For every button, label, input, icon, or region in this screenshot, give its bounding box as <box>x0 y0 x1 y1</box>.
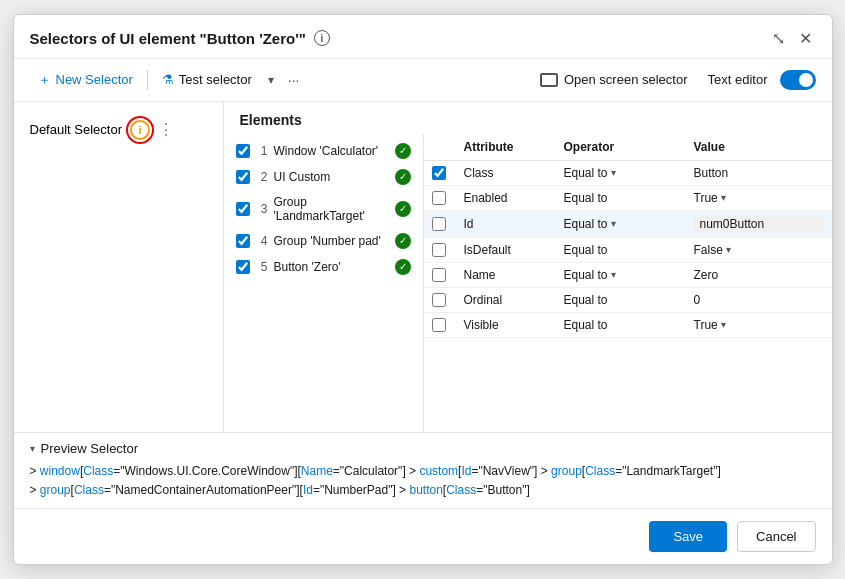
main-content: Default Selector i ⋮ Elements 1 Window '… <box>14 102 832 432</box>
default-selector-label: Default Selector <box>30 122 123 137</box>
element-3-checkbox[interactable] <box>236 202 250 216</box>
toolbar-left: ＋ New Selector ⚗ Test selector ▾ ··· <box>30 67 306 93</box>
attributes-panel: Attribute Operator Value Class Equal to … <box>424 134 832 432</box>
preview-section: ▾ Preview Selector > window[Class="Windo… <box>14 432 832 508</box>
cancel-button[interactable]: Cancel <box>737 521 815 552</box>
text-editor-toggle[interactable] <box>780 70 816 90</box>
plus-icon: ＋ <box>38 71 51 89</box>
title-info-icon[interactable]: i <box>314 30 330 46</box>
attr-isdefault-checkbox[interactable] <box>432 243 446 257</box>
element-row[interactable]: 4 Group 'Number pad' ✓ <box>224 228 423 254</box>
element-3-status: ✓ <box>395 201 411 217</box>
dialog-controls: ⤡ ✕ <box>768 27 816 50</box>
dialog-header: Selectors of UI element "Button 'Zero'" … <box>14 15 832 59</box>
isdefault-val-chevron[interactable]: ▾ <box>726 244 731 255</box>
test-icon: ⚗ <box>162 72 174 87</box>
toolbar-separator <box>147 70 148 90</box>
selector-more-icon[interactable]: ⋮ <box>158 120 174 139</box>
open-screen-selector-button[interactable]: Open screen selector <box>532 68 696 91</box>
test-selector-button[interactable]: ⚗ Test selector <box>154 68 260 91</box>
element-4-checkbox[interactable] <box>236 234 250 248</box>
class-op-chevron[interactable]: ▾ <box>611 167 616 178</box>
attr-id-checkbox[interactable] <box>432 217 446 231</box>
attr-class-checkbox[interactable] <box>432 166 446 180</box>
dialog-title: Selectors of UI element "Button 'Zero'" … <box>30 30 330 47</box>
dialog-footer: Save Cancel <box>14 508 832 564</box>
col-value: Value <box>694 140 824 154</box>
attr-row-visible[interactable]: Visible Equal to True ▾ <box>424 313 832 338</box>
attr-visible-checkbox[interactable] <box>432 318 446 332</box>
attr-ordinal-checkbox[interactable] <box>432 293 446 307</box>
elements-header: Elements <box>224 102 832 134</box>
element-row[interactable]: 5 Button 'Zero' ✓ <box>224 254 423 280</box>
id-op-chevron[interactable]: ▾ <box>611 218 616 229</box>
left-panel: Default Selector i ⋮ <box>14 102 224 432</box>
preview-toggle[interactable]: ▾ Preview Selector <box>30 441 816 456</box>
selectors-dialog: Selectors of UI element "Button 'Zero'" … <box>13 14 833 565</box>
more-options-button[interactable]: ··· <box>282 68 306 92</box>
open-screen-label: Open screen selector <box>564 72 688 87</box>
elements-list: 1 Window 'Calculator' ✓ 2 UI Custom ✓ 3 … <box>224 134 424 432</box>
toolbar-right: Open screen selector Text editor <box>532 68 816 91</box>
element-2-status: ✓ <box>395 169 411 185</box>
preview-chevron-icon: ▾ <box>30 443 35 454</box>
elements-title: Elements <box>240 112 302 128</box>
attr-row-name[interactable]: Name Equal to ▾ Zero <box>424 263 832 288</box>
preview-toggle-label: Preview Selector <box>41 441 139 456</box>
attr-name-checkbox[interactable] <box>432 268 446 282</box>
preview-code: > window[Class="Windows.UI.Core.CoreWind… <box>30 462 816 500</box>
element-4-status: ✓ <box>395 233 411 249</box>
test-selector-label: Test selector <box>179 72 252 87</box>
new-selector-label: New Selector <box>56 72 133 87</box>
elements-split: 1 Window 'Calculator' ✓ 2 UI Custom ✓ 3 … <box>224 134 832 432</box>
element-row[interactable]: 1 Window 'Calculator' ✓ <box>224 138 423 164</box>
dialog-title-text: Selectors of UI element "Button 'Zero'" <box>30 30 306 47</box>
info-icon-yellow-wrapper: i <box>130 120 150 140</box>
close-button[interactable]: ✕ <box>795 27 816 50</box>
attr-row-class[interactable]: Class Equal to ▾ Button <box>424 161 832 186</box>
element-row[interactable]: 3 Group'LandmarkTarget' ✓ <box>224 190 423 228</box>
test-selector-chevron[interactable]: ▾ <box>264 69 278 91</box>
visible-val-chevron[interactable]: ▾ <box>721 319 726 330</box>
element-5-checkbox[interactable] <box>236 260 250 274</box>
new-selector-button[interactable]: ＋ New Selector <box>30 67 141 93</box>
screen-icon <box>540 73 558 87</box>
element-row[interactable]: 2 UI Custom ✓ <box>224 164 423 190</box>
attr-row-enabled[interactable]: Enabled Equal to True ▾ <box>424 186 832 211</box>
preview-line-2: > group[Class="NamedContainerAutomationP… <box>30 481 816 500</box>
save-button[interactable]: Save <box>649 521 727 552</box>
element-5-status: ✓ <box>395 259 411 275</box>
col-attribute: Attribute <box>464 140 564 154</box>
element-2-checkbox[interactable] <box>236 170 250 184</box>
col-operator: Operator <box>564 140 694 154</box>
resize-button[interactable]: ⤡ <box>768 27 789 50</box>
element-1-checkbox[interactable] <box>236 144 250 158</box>
default-selector-item[interactable]: Default Selector i ⋮ <box>22 114 215 146</box>
right-panel: Elements 1 Window 'Calculator' ✓ 2 UI Cu… <box>224 102 832 432</box>
attr-enabled-checkbox[interactable] <box>432 191 446 205</box>
toolbar: ＋ New Selector ⚗ Test selector ▾ ··· Ope… <box>14 59 832 102</box>
element-1-status: ✓ <box>395 143 411 159</box>
text-editor-label: Text editor <box>708 72 768 87</box>
attributes-header: Attribute Operator Value <box>424 134 832 161</box>
selector-info-icon[interactable]: i <box>130 120 150 140</box>
attr-row-isdefault[interactable]: IsDefault Equal to False ▾ <box>424 238 832 263</box>
enabled-val-chevron[interactable]: ▾ <box>721 192 726 203</box>
preview-line-1: > window[Class="Windows.UI.Core.CoreWind… <box>30 462 816 481</box>
attr-row-ordinal[interactable]: Ordinal Equal to 0 <box>424 288 832 313</box>
name-op-chevron[interactable]: ▾ <box>611 269 616 280</box>
attr-row-id[interactable]: Id Equal to ▾ num0Button <box>424 211 832 238</box>
